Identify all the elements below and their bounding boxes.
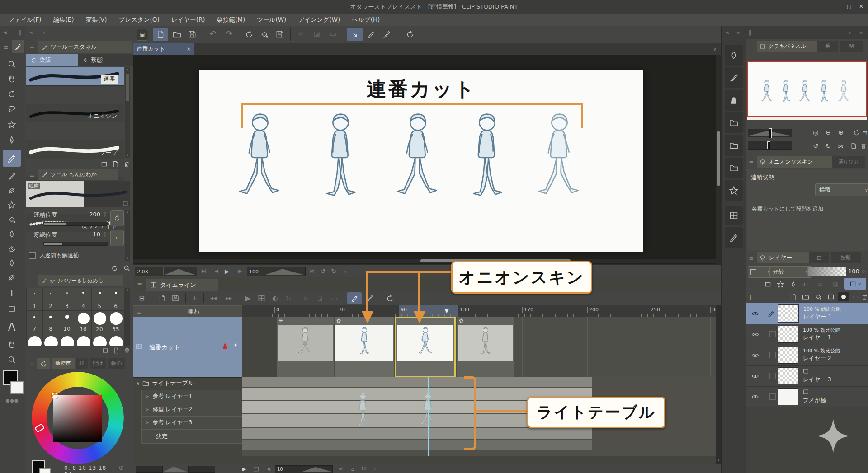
- layer-row[interactable]: レイヤー 3: [746, 365, 868, 387]
- new-timeline-icon[interactable]: ⊟: [137, 294, 147, 303]
- layer-thumbnail[interactable]: [778, 347, 798, 364]
- cut-button-disabled[interactable]: ✕: [294, 28, 307, 40]
- scroll-up-icon[interactable]: ∧: [125, 210, 130, 215]
- decoration-tool[interactable]: [5, 199, 19, 211]
- material-pen-button[interactable]: [725, 227, 743, 248]
- operation-tool[interactable]: [5, 119, 19, 131]
- paste-canvas-button[interactable]: [273, 28, 287, 40]
- canvas-v-scrollbar[interactable]: [716, 55, 721, 264]
- rotate-ccw-icon[interactable]: ↺: [318, 267, 327, 276]
- scroll-down-icon[interactable]: ∨: [716, 457, 721, 463]
- save-file-button[interactable]: [185, 28, 199, 40]
- sub-color-swatch[interactable]: [10, 381, 24, 394]
- nav-rotate-slider[interactable]: [748, 141, 792, 150]
- layer-name[interactable]: レイヤー 1: [803, 334, 831, 341]
- reset-view-icon[interactable]: ‹: [342, 267, 349, 276]
- add-cut-icon[interactable]: [156, 294, 167, 303]
- size-cell[interactable]: 20: [91, 310, 108, 334]
- layer-tab[interactable]: レイヤー: [757, 252, 809, 263]
- effect-icon[interactable]: [775, 280, 786, 289]
- nav-zoom-slider[interactable]: [748, 129, 792, 137]
- forward-icon[interactable]: ▶▶: [222, 294, 235, 303]
- size-cell[interactable]: 5: [91, 288, 108, 311]
- edit-checkbox[interactable]: [764, 331, 778, 337]
- right-forward-icon[interactable]: ›: [847, 28, 853, 36]
- material-image2-button[interactable]: [725, 135, 743, 156]
- draft-icon[interactable]: [788, 280, 798, 289]
- size-cell[interactable]: 16: [75, 310, 92, 334]
- pencil-tool-selected[interactable]: [3, 150, 21, 167]
- right-expand-icon[interactable]: »: [735, 28, 742, 36]
- slider-thumb[interactable]: [769, 128, 772, 138]
- visibility-eye-icon[interactable]: [746, 310, 764, 318]
- checkbox[interactable]: [29, 252, 36, 259]
- menu-file[interactable]: ファイル(F): [8, 16, 42, 24]
- layer-mask-icon[interactable]: [838, 292, 849, 301]
- color-set-badge[interactable]: ●●●: [2, 397, 23, 404]
- canvas-tab[interactable]: 連番カット ×: [133, 43, 194, 55]
- material-star-button[interactable]: [725, 180, 743, 201]
- list-view-icon[interactable]: ▤: [748, 292, 758, 301]
- size-cell[interactable]: 8: [42, 310, 60, 334]
- v-scroll-thumb[interactable]: [717, 131, 720, 186]
- nav-spin-icon[interactable]: [851, 128, 862, 137]
- menu-edit[interactable]: 編集(E): [53, 16, 74, 24]
- combine-layer-icon[interactable]: [826, 292, 836, 301]
- rotate-tool[interactable]: [5, 88, 19, 100]
- frame-slider-shape[interactable]: [302, 466, 331, 472]
- footer-skip-end-icon[interactable]: ▶|: [337, 465, 345, 473]
- onion-mode-dropdown[interactable]: 標積 ∨: [815, 183, 868, 196]
- nav-zoom-in-icon[interactable]: ⊕: [835, 128, 846, 137]
- slider-track[interactable]: [43, 222, 108, 226]
- pen-frame-icon[interactable]: [364, 294, 375, 303]
- material-image-button[interactable]: [725, 112, 743, 133]
- stepper-icons[interactable]: ∧∨: [102, 210, 108, 219]
- right-collapse-icon[interactable]: «: [724, 28, 731, 36]
- ruler-combo-active[interactable]: ∨: [844, 278, 866, 290]
- size-cell[interactable]: 1: [26, 288, 43, 311]
- size-cell[interactable]: 7: [26, 310, 43, 334]
- color-sub-swatch[interactable]: [39, 468, 51, 473]
- toolprop-menu-icon[interactable]: ≡: [28, 171, 36, 178]
- slider-option-button[interactable]: n: [110, 230, 124, 246]
- tab-close-icon[interactable]: ×: [187, 46, 191, 52]
- scroll-down-icon[interactable]: ∨: [125, 152, 130, 158]
- inout-icon[interactable]: ◪: [315, 294, 326, 303]
- footer-slider-a[interactable]: [136, 466, 163, 473]
- timeline-frame-4[interactable]: ✿: [457, 317, 514, 377]
- copy-button-disabled[interactable]: ◪: [310, 28, 324, 40]
- toolbox-pen-tab[interactable]: [12, 40, 24, 53]
- subtool-panel-menu-icon[interactable]: ≡: [28, 44, 36, 51]
- brush-item-soap[interactable]: ソープ: [26, 140, 124, 159]
- menu-select[interactable]: 染接範(M): [217, 16, 245, 24]
- onion-tab-2[interactable]: 選りひお: [832, 156, 865, 168]
- edit-checkbox[interactable]: [764, 373, 778, 379]
- rotate-slider-box[interactable]: 100: [247, 267, 306, 276]
- zoom-tool-2[interactable]: [5, 354, 19, 365]
- frame-rate-box[interactable]: 10: [275, 465, 333, 473]
- new-folder-icon[interactable]: [800, 292, 811, 301]
- delete-layer-icon[interactable]: [860, 292, 868, 301]
- copy-subtool-icon[interactable]: [101, 161, 108, 168]
- marker-tool[interactable]: [5, 170, 19, 182]
- collapse-left-icon[interactable]: «: [1, 28, 10, 36]
- material-image3-button[interactable]: [725, 158, 743, 178]
- timeline-frame-3-selected[interactable]: [395, 317, 456, 377]
- light-table-folder-row[interactable]: ∨ ライトテーブル: [133, 377, 245, 389]
- material-brush-button[interactable]: [725, 67, 743, 88]
- new-layer-icon[interactable]: [788, 292, 798, 301]
- footer-slider-c[interactable]: [188, 466, 215, 473]
- menu-window[interactable]: デインング(W): [298, 16, 340, 24]
- clapper-icon[interactable]: [256, 294, 267, 303]
- divider-handle[interactable]: ‖: [17, 28, 24, 36]
- slider-option-button[interactable]: [110, 210, 124, 226]
- refresh-icon[interactable]: ↻: [283, 294, 294, 303]
- grab-tool[interactable]: [5, 338, 19, 350]
- nav-reset-icon[interactable]: [849, 141, 858, 150]
- menu-tool[interactable]: ツール(W): [257, 16, 286, 24]
- navigator-preview[interactable]: [747, 61, 867, 117]
- new-subtool-icon[interactable]: [112, 161, 119, 168]
- subtool-collapse-icon[interactable]: «: [27, 28, 35, 36]
- layer-name[interactable]: レイヤー 2: [803, 355, 831, 361]
- edit-frame-button-active[interactable]: [347, 292, 362, 304]
